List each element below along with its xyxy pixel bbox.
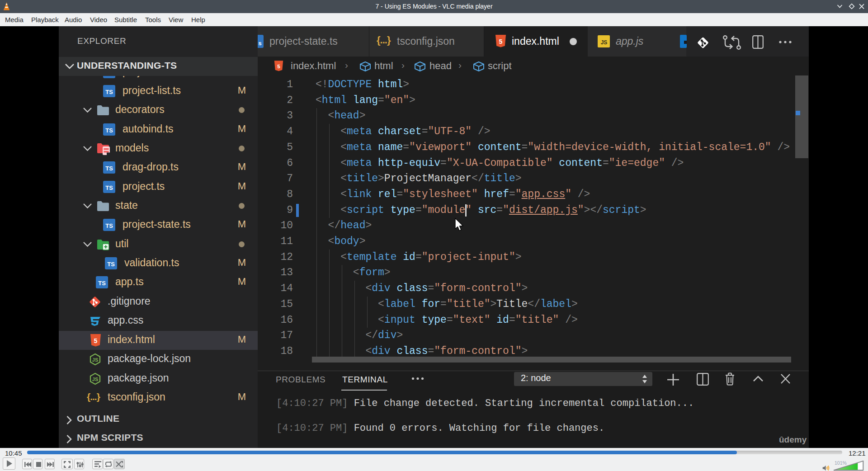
svg-text:TS: TS <box>105 222 113 229</box>
svg-text:TS: TS <box>105 165 113 172</box>
svg-text:TS: TS <box>105 89 113 95</box>
svg-text:JS: JS <box>601 39 608 46</box>
svg-text:s: s <box>258 40 261 47</box>
svg-text:TS: TS <box>105 127 113 134</box>
svg-text:JS: JS <box>92 357 98 363</box>
svg-text:TS: TS <box>107 261 115 268</box>
svg-text:JS: JS <box>92 377 98 382</box>
svg-text:TS: TS <box>105 184 113 191</box>
svg-text:5: 5 <box>499 38 503 45</box>
svg-text:TS: TS <box>98 280 106 287</box>
svg-text:5: 5 <box>94 337 98 344</box>
svg-text:5: 5 <box>277 63 280 69</box>
